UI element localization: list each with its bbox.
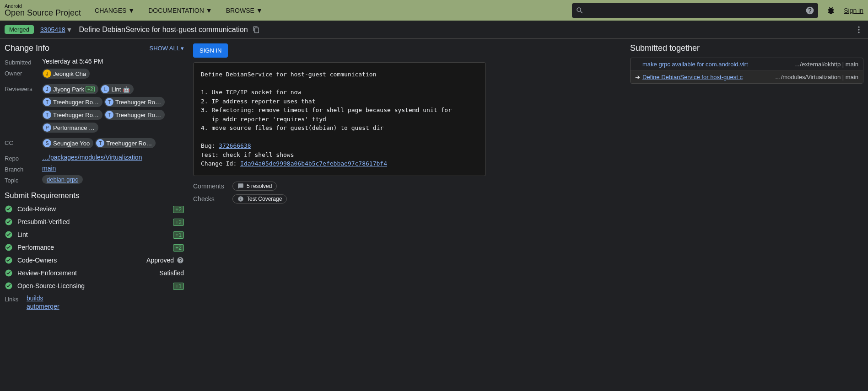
submitted-together-heading: Submitted together (630, 43, 863, 53)
signin-link[interactable]: Sign in (844, 7, 863, 14)
reviewers-list: JJiyong Park+2LLint 🤖TTreehugger Ro…TTre… (42, 84, 184, 135)
requirement-label: Review-Enforcement (17, 269, 159, 277)
reviewer-name: Treehugger Ro… (115, 99, 161, 106)
requirement-label: Presubmit-Verified (17, 218, 173, 225)
check-circle-icon (5, 230, 13, 239)
repo-label: Repo (5, 154, 42, 162)
reviewer-name: Treehugger Ro… (53, 99, 99, 106)
copy-icon[interactable] (253, 26, 260, 33)
repo-link[interactable]: …/packages/modules/Virtualization (42, 154, 142, 161)
check-circle-icon (5, 243, 13, 252)
nav-browse[interactable]: BROWSE▼ (226, 7, 263, 14)
status-badge: Merged (5, 25, 34, 34)
svg-point-1 (858, 29, 859, 30)
check-circle-icon (5, 256, 13, 264)
change-id-link[interactable]: Ida94a05de9998a06b4b5c7efebbae97c78617bf… (240, 160, 387, 167)
cc-name: Treehugger Ro… (106, 140, 152, 147)
nav-documentation[interactable]: DOCUMENTATION▼ (148, 7, 212, 14)
nav-changes[interactable]: CHANGES▼ (95, 7, 135, 14)
reviewer-name: Lint 🤖 (111, 86, 130, 93)
requirement-row: Code-OwnersApproved (5, 256, 184, 264)
reviewer-chip[interactable]: PPerformance … (42, 123, 98, 133)
avatar-icon: T (96, 139, 104, 147)
topic-chip[interactable]: debian-grpc (42, 175, 83, 184)
avatar-icon: T (43, 111, 51, 119)
avatar-icon: P (43, 123, 51, 132)
signin-button[interactable]: SIGN IN (193, 43, 228, 58)
search-box[interactable] (572, 3, 818, 18)
reviewer-chip[interactable]: TTreehugger Ro… (42, 110, 102, 120)
reviewer-chip[interactable]: JJiyong Park+2 (42, 84, 98, 94)
related-change-item[interactable]: make grpc available for com.android.virt… (631, 58, 863, 71)
top-bar: Android Open Source Project CHANGES▼ DOC… (0, 0, 868, 21)
requirement-label: Performance (17, 244, 173, 251)
chevron-down-icon[interactable]: ▼ (66, 26, 73, 33)
logo[interactable]: Android Open Source Project (5, 3, 81, 18)
chevron-down-icon: ▼ (256, 7, 263, 14)
reviewer-chip[interactable]: TTreehugger Ro… (104, 110, 165, 120)
related-change-title[interactable]: make grpc available for com.android.virt (642, 61, 789, 68)
current-arrow-icon: ➔ (635, 74, 642, 80)
related-change-item-current[interactable]: ➔ Define DebianService for host-guest c … (631, 71, 863, 83)
avatar-icon: J (43, 70, 51, 78)
requirement-row: Review-EnforcementSatisfied (5, 269, 184, 277)
main-column: SIGN IN Define DebianService for host-gu… (193, 43, 486, 313)
content-area: Change Info SHOW ALL ▾ SubmittedYesterda… (0, 39, 868, 317)
show-all-button[interactable]: SHOW ALL ▾ (150, 45, 184, 52)
logo-line2: Open Source Project (5, 9, 81, 18)
reviewer-name: Jiyong Park (53, 86, 84, 93)
submitted-label: Submitted (5, 58, 42, 66)
sidebar-left: Change Info SHOW ALL ▾ SubmittedYesterda… (5, 43, 184, 313)
reviewer-chip[interactable]: LLint 🤖 (100, 84, 134, 94)
help-icon[interactable] (177, 257, 184, 264)
requirement-label: Lint (17, 231, 173, 238)
avatar-icon: T (105, 111, 113, 119)
change-subject: Define DebianService for host-guest comm… (79, 26, 248, 34)
chevron-down-icon: ▼ (206, 7, 212, 14)
submitted-together-panel: Submitted together make grpc available f… (630, 43, 863, 313)
link-builds[interactable]: builds (27, 295, 184, 302)
requirement-value: Approved (146, 257, 184, 264)
chevron-down-icon: ▼ (128, 7, 135, 14)
check-circle-icon (5, 282, 13, 290)
kebab-menu-icon[interactable] (854, 25, 863, 34)
requirement-row: Presubmit-Verified+2 (5, 218, 184, 226)
comments-resolved-pill[interactable]: 5 resolved (232, 182, 277, 191)
check-circle-icon (5, 205, 13, 213)
requirement-row: Code-Review+2 (5, 205, 184, 213)
related-change-path: …/external/okhttp | main (794, 61, 858, 68)
vote-badge: +2 (86, 86, 95, 92)
branch-link[interactable]: main (42, 165, 56, 172)
requirement-label: Code-Owners (17, 257, 146, 264)
reviewer-chip[interactable]: TTreehugger Ro… (104, 97, 165, 107)
reviewer-chip[interactable]: TTreehugger Ro… (42, 97, 102, 107)
cc-label: CC (5, 138, 42, 146)
related-change-path: …/modules/Virtualization | main (775, 74, 858, 80)
change-number-link[interactable]: 3305418 (40, 26, 65, 33)
checks-label: Checks (193, 195, 232, 203)
checks-pill[interactable]: Test Coverage (232, 194, 287, 204)
search-icon (576, 6, 584, 15)
branch-label: Branch (5, 165, 42, 173)
cc-chip[interactable]: SSeungjae Yoo (42, 138, 93, 148)
bug-link[interactable]: 372666638 (219, 142, 251, 149)
search-input[interactable] (587, 7, 805, 14)
requirements-list: Code-Review+2Presubmit-Verified+2Lint+1P… (5, 205, 184, 290)
requirement-row: Lint+1 (5, 230, 184, 239)
related-change-title[interactable]: Define DebianService for host-guest c (642, 74, 771, 80)
logo-line1: Android (5, 3, 81, 9)
owner-chip[interactable]: JJeongik Cha (42, 69, 90, 79)
info-icon (237, 196, 244, 202)
svg-point-2 (858, 32, 859, 33)
requirement-row: Performance+2 (5, 243, 184, 252)
change-info-heading: Change Info (5, 43, 49, 53)
bug-icon[interactable] (826, 6, 836, 15)
help-icon[interactable] (805, 6, 814, 15)
owner-label: Owner (5, 69, 42, 77)
vote-badge: +1 (173, 283, 184, 290)
requirement-label: Open-Source-Licensing (17, 282, 173, 289)
commit-message: Define DebianService for host-guest comm… (193, 62, 486, 176)
svg-point-0 (858, 26, 859, 27)
link-automerger[interactable]: automerger (27, 303, 184, 310)
cc-chip[interactable]: TTreehugger Ro… (95, 138, 156, 148)
